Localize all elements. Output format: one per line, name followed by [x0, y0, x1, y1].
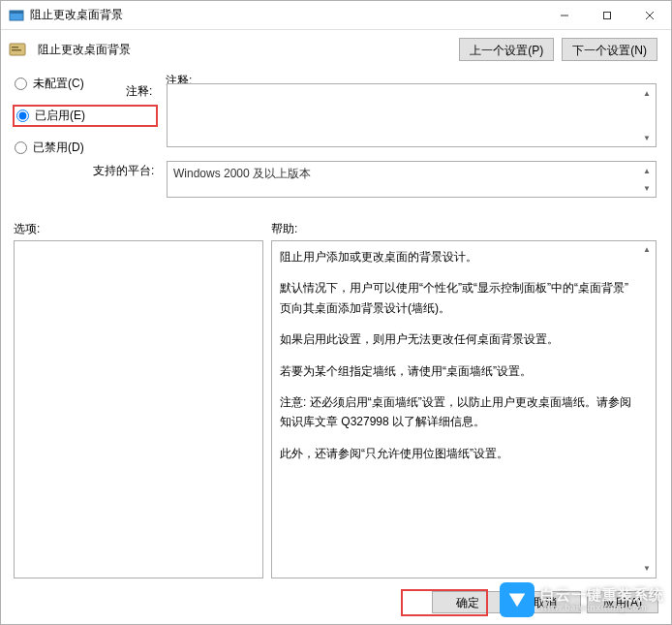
prev-setting-button[interactable]: 上一个设置(P) [459, 38, 554, 61]
help-p5: 此外，还请参阅“只允许使用位图墙纸”设置。 [280, 444, 634, 463]
window-icon [9, 8, 24, 23]
help-p1: 默认情况下，用户可以使用“个性化”或“显示控制面板”中的“桌面背景”页向其桌面添… [280, 278, 634, 318]
radio-enabled-label: 已启用(E) [35, 108, 85, 124]
maximize-button[interactable] [586, 1, 628, 30]
scroll-down-icon[interactable]: ▼ [639, 130, 655, 145]
radio-disabled-input[interactable] [15, 141, 27, 154]
help-scroll-down-icon[interactable]: ▼ [639, 561, 655, 577]
platform-textarea[interactable]: Windows 2000 及以上版本 ▲ ▼ [167, 161, 657, 198]
svg-rect-8 [12, 49, 21, 51]
help-panel: 阻止用户添加或更改桌面的背景设计。 默认情况下，用户可以使用“个性化”或“显示控… [271, 240, 657, 578]
help-p0: 阻止用户添加或更改桌面的背景设计。 [280, 247, 634, 266]
next-setting-button[interactable]: 下一个设置(N) [562, 38, 657, 61]
help-p2: 如果启用此设置，则用户无法更改任何桌面背景设置。 [280, 329, 634, 349]
header-row: 阻止更改桌面背景 上一个设置(P) 下一个设置(N) [1, 30, 671, 69]
cancel-button[interactable]: 取消 [509, 591, 581, 613]
options-label: 选项: [14, 221, 40, 237]
svg-rect-7 [12, 47, 18, 48]
scroll-up-icon-2[interactable]: ▲ [639, 163, 655, 178]
ok-button[interactable]: 确定 [432, 591, 504, 613]
help-label: 帮助: [271, 221, 297, 237]
comment-textarea[interactable]: ▲ ▼ [167, 83, 657, 147]
comment-label-real: 注释: [126, 83, 152, 100]
svg-rect-1 [10, 11, 23, 14]
help-p4: 注意: 还必须启用“桌面墙纸”设置，以防止用户更改桌面墙纸。请参阅知识库文章 Q… [280, 392, 634, 432]
scroll-up-icon[interactable]: ▲ [639, 85, 655, 101]
radio-enabled-input[interactable] [16, 109, 29, 122]
svg-rect-3 [604, 12, 611, 18]
options-panel [14, 240, 263, 578]
help-scrollbar[interactable]: ▲ ▼ [639, 242, 655, 577]
platform-value: Windows 2000 及以上版本 [173, 167, 311, 180]
page-title: 阻止更改桌面背景 [38, 42, 451, 58]
window-title: 阻止更改桌面背景 [30, 7, 543, 23]
radio-disabled-label: 已禁用(D) [33, 140, 84, 156]
help-p3: 若要为某个组指定墙纸，请使用“桌面墙纸”设置。 [280, 361, 634, 381]
apply-button[interactable]: 应用(A) [587, 591, 658, 613]
close-button[interactable] [628, 1, 671, 30]
minimize-button[interactable] [543, 1, 586, 30]
radio-enabled[interactable]: 已启用(E) [13, 105, 158, 127]
platform-label: 支持的平台: [93, 163, 154, 179]
scroll-down-icon-2[interactable]: ▼ [639, 180, 655, 196]
radio-disabled[interactable]: 已禁用(D) [13, 139, 158, 157]
titlebar: 阻止更改桌面背景 [1, 1, 671, 30]
help-scroll-up-icon[interactable]: ▲ [639, 242, 655, 258]
policy-icon [9, 41, 26, 58]
